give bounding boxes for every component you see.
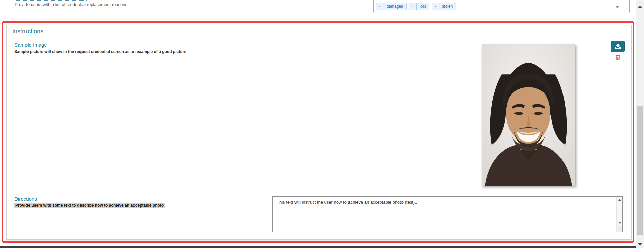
textarea-resize-handle[interactable] xyxy=(616,226,622,232)
scrollbar-down-icon[interactable] xyxy=(638,243,642,246)
replacement-reasons-multiselect[interactable]: × damaged × lost × stolen xyxy=(373,0,630,13)
tag-label: lost xyxy=(417,3,429,10)
tag-lost: × lost xyxy=(409,3,429,10)
sample-image-description: Sample picture will show in the request … xyxy=(14,49,186,54)
tag-label: damaged xyxy=(383,3,406,10)
clipped-section-heading xyxy=(16,0,87,1)
upload-icon xyxy=(615,44,621,49)
bottom-edge-bar xyxy=(0,246,636,248)
chevron-down-icon[interactable] xyxy=(615,6,619,8)
directions-title: Directions xyxy=(14,196,37,202)
tag-remove-button[interactable]: × xyxy=(376,3,383,10)
portrait-illustration xyxy=(482,44,575,186)
trash-icon xyxy=(616,55,620,60)
tag-stolen: × stolen xyxy=(432,3,456,10)
tag-damaged: × damaged xyxy=(376,3,407,10)
tag-label: stolen xyxy=(439,3,456,10)
directions-description: Provide users with some text to describe… xyxy=(14,203,165,208)
instructions-section-title: Instructions xyxy=(12,28,43,35)
upload-image-button[interactable] xyxy=(611,41,625,52)
scroll-down-icon[interactable] xyxy=(618,222,621,224)
selected-tags-row: × damaged × lost × stolen xyxy=(376,3,456,10)
section-divider xyxy=(12,37,625,37)
sample-image-title: Sample Image xyxy=(14,42,47,48)
delete-image-button[interactable] xyxy=(612,53,624,61)
replacement-reasons-help-text: Provide users with a list of credential … xyxy=(15,2,127,7)
sample-photo xyxy=(482,44,575,186)
scrollbar-thumb[interactable] xyxy=(637,106,643,235)
directions-textarea-value: This text will instruct the user how to … xyxy=(277,199,613,205)
tag-remove-button[interactable]: × xyxy=(409,3,416,10)
scrollbar-up-icon[interactable] xyxy=(638,5,642,8)
scroll-up-icon[interactable] xyxy=(618,199,621,201)
tag-remove-button[interactable]: × xyxy=(432,3,439,10)
directions-textarea[interactable]: This text will instruct the user how to … xyxy=(272,196,623,232)
page-scrollbar[interactable] xyxy=(636,0,644,248)
